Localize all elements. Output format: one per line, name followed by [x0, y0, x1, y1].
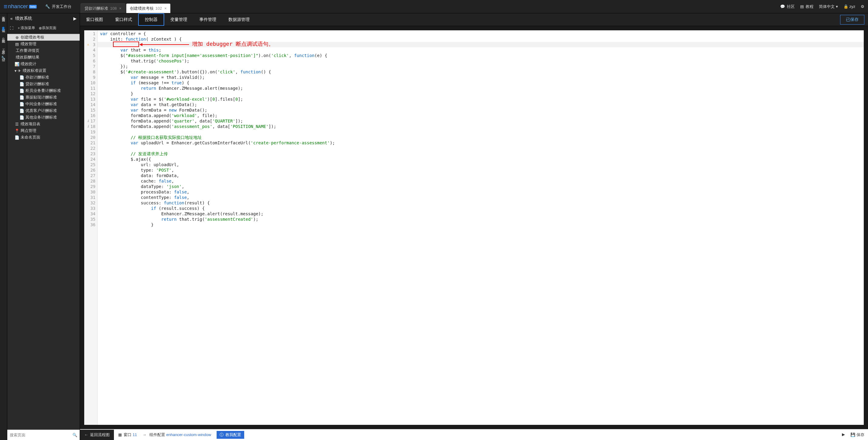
tree-item[interactable]: ▾ ✈绩效标准设置 [7, 67, 80, 74]
arrow-tip-icon [140, 43, 143, 46]
code-line[interactable]: // 根据接口名获取实际接口地址地址 [100, 135, 861, 140]
tree-item[interactable]: 📄优质客户计酬标准 [7, 107, 80, 114]
component-breadcrumb[interactable]: 组件配置 enhancer-custom-window [149, 432, 211, 438]
code-line[interactable]: } [100, 222, 861, 228]
language-select[interactable]: 简体中文 ▾ [819, 4, 838, 9]
rail-item[interactable]: 角色设置 👤 [1, 26, 6, 32]
expand-icon[interactable]: ⛶ [10, 26, 13, 30]
close-icon[interactable]: × [119, 6, 122, 10]
search-icon[interactable]: 🔍 [72, 433, 77, 437]
search-input[interactable] [10, 433, 72, 437]
code-content[interactable]: var controller = { init: function( zCont… [98, 30, 864, 228]
user-menu[interactable]: 🔒 zyz [843, 4, 856, 9]
code-line[interactable]: return that.trig('assessmentCreated'); [100, 216, 861, 222]
tree-item[interactable]: ▤绩效管理 [7, 41, 80, 47]
tree-item[interactable]: 📍网点管理 [7, 127, 80, 134]
chevron-left-icon[interactable]: « [10, 16, 13, 21]
line-number: 30 [84, 189, 95, 195]
doc-icon: 📄 [20, 95, 24, 100]
sub-tab[interactable]: 控制器 [138, 13, 164, 26]
code-line[interactable]: formData.append('quarter', data['QUARTER… [100, 118, 861, 124]
play-button[interactable]: ▶ [842, 432, 845, 438]
code-line[interactable]: var uploadUrl = Enhancer.getCustomInterf… [100, 140, 861, 146]
tree-item[interactable]: 工作量详情页 [7, 47, 80, 54]
code-line[interactable]: }); [100, 64, 861, 69]
add-menu-button[interactable]: ＋ 添加菜单 [17, 26, 35, 31]
play-icon[interactable]: ▶ [73, 16, 76, 21]
tree-item[interactable]: 📄票据贴现计酬标准 [7, 94, 80, 101]
tree-item[interactable]: 📄贷款计酬标准 [7, 81, 80, 87]
code-line[interactable]: dataType: 'json', [100, 184, 861, 189]
rail-item[interactable]: 页面管理 ▣ [1, 16, 6, 21]
tree-item[interactable]: 📄柜员业务量计酬标准 [7, 87, 80, 94]
code-line[interactable]: // 发送请求并上传 [100, 151, 861, 156]
user-icon: 👤 [1, 26, 5, 30]
code-line[interactable]: if (result.success) { [100, 206, 861, 211]
gear-icon: ⚙ [861, 4, 864, 9]
tree-item[interactable]: 📄中间业务计酬标准 [7, 101, 80, 107]
code-line[interactable]: success: function(result) { [100, 200, 861, 206]
community-link[interactable]: 💬 社区 [780, 4, 795, 9]
doc-icon: 📄 [20, 109, 24, 113]
code-line[interactable]: cache: false, [100, 178, 861, 184]
workbench-button[interactable]: 🔧 开发工作台 [45, 4, 71, 9]
teach-button[interactable]: ⓘ 教我配置 [217, 431, 244, 439]
rail-item[interactable]: 自定义 Http 接口 🔧 [1, 48, 6, 61]
code-line[interactable]: type: 'POST', [100, 167, 861, 173]
code-line[interactable]: data: formData, [100, 173, 861, 178]
code-line[interactable]: var controller = { [100, 31, 861, 36]
code-line[interactable]: var data = that.getData(); [100, 102, 861, 107]
grid-icon: ▦ [118, 433, 122, 437]
file-tab[interactable]: 贷款计酬标准108× [81, 3, 125, 13]
logo[interactable]: ≡ nhancer beta [4, 3, 37, 10]
save-button[interactable]: 💾 保存 [850, 432, 864, 438]
info-icon: ⓘ [220, 432, 224, 438]
code-line[interactable]: processData: false, [100, 189, 861, 195]
tutorial-link[interactable]: ▤ 教程 [800, 4, 813, 9]
code-line[interactable] [100, 129, 861, 135]
code-line[interactable]: var file = $('#workload-excel')[0].files… [100, 96, 861, 102]
sub-tab[interactable]: 变量管理 [164, 13, 193, 26]
line-number: 32 [84, 200, 95, 206]
sub-tab[interactable]: 事件管理 [193, 13, 222, 26]
code-line[interactable]: that.trig('choosePos'); [100, 58, 861, 64]
sub-tab[interactable]: 窗口样式 [109, 13, 138, 26]
rail-item[interactable]: 全局配置 ⚙ [1, 37, 6, 42]
code-line[interactable]: Enhancer.ZMessage.alert(result.message); [100, 211, 861, 216]
back-button[interactable]: ← 返回流程图 [80, 430, 114, 440]
tree-item[interactable]: 📊绩效统计 [7, 61, 80, 67]
line-number: 11 [84, 86, 95, 91]
code-line[interactable]: formData.append('assessment_pos', data['… [100, 124, 861, 129]
code-line[interactable] [100, 146, 861, 151]
code-line[interactable]: $('#create-assessment').button({}).on('c… [100, 69, 861, 75]
line-number: i17 [84, 118, 95, 124]
send-icon: ✈ [17, 68, 22, 73]
code-line[interactable]: formData.append('workload', file); [100, 113, 861, 118]
window-breadcrumb[interactable]: ▦ 窗口 11 [118, 432, 137, 438]
tree-item[interactable]: ☰绩效项目表 [7, 121, 80, 127]
tree-item[interactable]: 📄未命名页面 [7, 134, 80, 141]
code-line[interactable]: $.ajax({ [100, 156, 861, 162]
code-line[interactable]: contentType: false, [100, 195, 861, 200]
code-line[interactable]: var that = this; [100, 47, 861, 53]
tree-item[interactable]: ⊕创建绩效考核 [7, 34, 80, 41]
code-line[interactable]: url: uploadUrl, [100, 162, 861, 167]
close-icon[interactable]: × [164, 6, 167, 10]
sub-tab[interactable]: 窗口视图 [80, 13, 109, 26]
code-line[interactable]: var formData = new FormData(); [100, 107, 861, 113]
code-line[interactable]: if (message !== true) { [100, 80, 861, 86]
sub-tab[interactable]: 数据源管理 [222, 13, 256, 26]
line-number: 7 [84, 64, 95, 69]
add-page-button[interactable]: ⊕ 添加页面 [39, 26, 56, 31]
tree-item[interactable]: 📄存款计酬标准 [7, 74, 80, 81]
tree-item[interactable]: 📄其他业务计酬标准 [7, 114, 80, 121]
code-line[interactable]: var message = that.isValid(); [100, 75, 861, 80]
settings-button[interactable]: ⚙ [861, 4, 864, 9]
file-tab[interactable]: 创建绩效考核102× [126, 3, 170, 13]
code-line[interactable]: } [100, 91, 861, 96]
code-line[interactable]: $("#assessment-form input[name='assessme… [100, 53, 861, 58]
code-editor[interactable]: 12⚠345678910111213141516i17i181920212223… [84, 30, 864, 425]
code-line[interactable]: return Enhancer.ZMessage.alert(message); [100, 86, 861, 91]
line-number: 6 [84, 58, 95, 64]
tree-item[interactable]: 绩效薪酬结果 [7, 54, 80, 61]
